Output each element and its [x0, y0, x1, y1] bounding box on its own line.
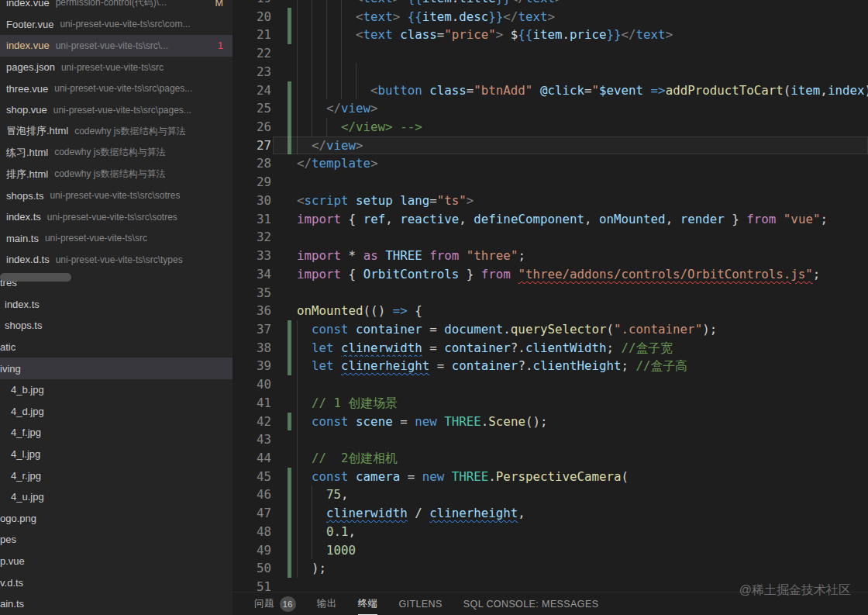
- code-line[interactable]: 47clinerwidth / clinerheight,: [232, 504, 868, 523]
- indent-guide: [297, 541, 298, 560]
- indent-guide: [341, 44, 342, 63]
- tree-item-label: v.d.ts: [0, 577, 23, 589]
- code-line[interactable]: 37const container = document.querySelect…: [232, 320, 868, 339]
- tree-item[interactable]: 4_u.jpg: [0, 486, 232, 508]
- sidebar-horizontal-scrollbar[interactable]: [0, 273, 71, 282]
- line-number: 48: [232, 523, 271, 541]
- indent-guide: [297, 99, 298, 118]
- code-line[interactable]: 45const camera = new THREE.PerspectiveCa…: [232, 468, 868, 486]
- git-change-indicator: [288, 339, 291, 358]
- code-line[interactable]: 19<text> {{item.title}}</text>: [232, 0, 868, 8]
- open-editor-item[interactable]: Footer.vueuni-preset-vue-vite-ts\src\com…: [0, 14, 232, 36]
- tree-item-label: atic: [0, 341, 16, 353]
- editor[interactable]: 19<text> {{item.title}}</text>20<text> {…: [232, 0, 868, 615]
- code-line[interactable]: 31import { ref, reactive, defineComponen…: [232, 210, 868, 229]
- open-editor-item[interactable]: main.tsuni-preset-vue-vite-ts\src: [0, 228, 232, 250]
- code-line[interactable]: 28</template>: [232, 154, 868, 173]
- open-editor-item[interactable]: index.vuepermission-control(代码)\...M: [0, 0, 232, 14]
- tree-item[interactable]: p.vue: [0, 551, 232, 572]
- code-line[interactable]: 36onMounted(() => {: [232, 302, 868, 320]
- tree-item[interactable]: 4_d.jpg: [0, 401, 232, 423]
- open-editor-item[interactable]: 排序.htmlcodewhy js数据结构与算法: [0, 164, 232, 185]
- code-line-content: );: [297, 559, 868, 578]
- indent-guide: [312, 81, 312, 100]
- tree-item[interactable]: 4_l.jpg: [0, 444, 232, 465]
- code-line[interactable]: 35: [232, 284, 868, 302]
- tree-item[interactable]: v.d.ts: [0, 572, 232, 593]
- tree-item[interactable]: 4_r.jpg: [0, 465, 232, 486]
- open-editor-item[interactable]: shops.tsuni-preset-vue-vite-ts\src\sotre…: [0, 185, 232, 206]
- code-line[interactable]: 43: [232, 430, 868, 449]
- code-line[interactable]: 33import * as THREE from "three";: [232, 247, 868, 265]
- code-line[interactable]: 44// 2创建相机: [232, 449, 868, 468]
- open-editor-item[interactable]: pages.jsonuni-preset-vue-vite-ts\src: [0, 57, 232, 78]
- code-line-content: 75,: [297, 485, 868, 504]
- tree-item[interactable]: 4_f.jpg: [0, 422, 232, 444]
- code-line-content: [297, 228, 868, 247]
- panel-tab-terminal[interactable]: 终端: [358, 593, 378, 615]
- file-badge: 1: [218, 40, 223, 51]
- open-editors-list: index.vuepermission-control(代码)\...MFoot…: [0, 0, 232, 271]
- file-path: uni-preset-vue-vite-ts\src\...: [56, 40, 168, 51]
- code-line[interactable]: 29: [232, 173, 868, 192]
- tree-item[interactable]: shops.ts: [0, 315, 232, 337]
- code-line[interactable]: 38let clinerwidth = container?.clientWid…: [232, 339, 868, 358]
- code-line[interactable]: 25</view>: [232, 99, 868, 118]
- code-line-content: let clinerheight = container?.clientHeig…: [297, 357, 868, 375]
- git-change-indicator: [288, 413, 291, 431]
- code-line[interactable]: 24<button class="btnAdd" @click="$event …: [232, 81, 868, 100]
- git-change-indicator: [288, 357, 291, 375]
- tree-item[interactable]: ogo.png: [0, 508, 232, 530]
- code-line[interactable]: 32: [232, 228, 868, 247]
- file-name: three.vue: [6, 83, 48, 95]
- code-line[interactable]: 42const scene = new THREE.Scene();: [232, 413, 868, 431]
- code-line[interactable]: 4675,: [232, 485, 868, 504]
- code-line[interactable]: 40: [232, 375, 868, 394]
- panel-tab-sql-console[interactable]: SQL CONSOLE: MESSAGES: [463, 593, 599, 615]
- code-line[interactable]: 22: [232, 44, 868, 63]
- indent-guide: [312, 44, 312, 63]
- tree-item[interactable]: iving: [0, 358, 232, 379]
- code-line[interactable]: 27</view>: [232, 136, 868, 155]
- tree-item[interactable]: ain.ts: [0, 593, 232, 615]
- file-path: uni-preset-vue-vite-ts\src\types: [56, 254, 183, 265]
- panel-tab-problems[interactable]: 问题16: [254, 593, 296, 615]
- code-line[interactable]: 20<text> {{item.desc}}</text>: [232, 8, 868, 26]
- code-line[interactable]: 26</view> -->: [232, 118, 868, 136]
- file-tree: tresindex.tsshops.tsaticiving4_b.jpg4_d.…: [0, 272, 232, 615]
- code-line[interactable]: 21<text class="price"> ${{item.price}}</…: [232, 26, 868, 44]
- panel-tab-output[interactable]: 输出: [317, 593, 337, 615]
- code-line[interactable]: 491000: [232, 541, 868, 560]
- file-name: index.vue: [6, 40, 50, 51]
- code-line[interactable]: 39let clinerheight = container?.clientHe…: [232, 357, 868, 375]
- open-editor-item[interactable]: index.tsuni-preset-vue-vite-ts\src\sotre…: [0, 206, 232, 228]
- code-line[interactable]: 30<script setup lang="ts">: [232, 192, 868, 210]
- panel-tab-label: 输出: [317, 597, 337, 610]
- indent-guide: [312, 504, 312, 523]
- code-line[interactable]: 480.1,: [232, 523, 868, 541]
- indent-guide: [297, 394, 298, 413]
- code-line[interactable]: 34import { OrbitControls } from "three/a…: [232, 265, 868, 284]
- open-editor-item[interactable]: index.d.tsuni-preset-vue-vite-ts\src\typ…: [0, 249, 232, 271]
- tree-item[interactable]: 4_b.jpg: [0, 379, 232, 401]
- code-line[interactable]: 23: [232, 63, 868, 81]
- tree-item[interactable]: index.ts: [0, 294, 232, 316]
- code-line-content: // 1 创建场景: [297, 394, 868, 413]
- open-editor-item[interactable]: index.vueuni-preset-vue-vite-ts\src\...1: [0, 35, 232, 57]
- tree-item[interactable]: atic: [0, 337, 232, 358]
- tree-item-label: 4_f.jpg: [11, 427, 41, 438]
- panel-tab-gitlens[interactable]: GITLENS: [398, 593, 442, 615]
- tree-item[interactable]: pes: [0, 529, 232, 551]
- line-number: 23: [232, 63, 271, 81]
- code-line-content: [297, 173, 868, 192]
- git-change-indicator: [288, 559, 291, 578]
- code-line-content: <script setup lang="ts">: [297, 192, 868, 210]
- open-editor-item[interactable]: shop.vueuni-preset-vue-vite-ts\src\pages…: [0, 99, 232, 121]
- code-line[interactable]: 41// 1 创建场景: [232, 394, 868, 413]
- open-editor-item[interactable]: three.vueuni-preset-vue-vite-ts\src\page…: [0, 78, 232, 99]
- file-name: main.ts: [6, 233, 39, 244]
- code-line-content: <text> {{item.title}}</text>: [297, 0, 868, 8]
- open-editor-item[interactable]: 冒泡排序.htmlcodewhy js数据结构与算法: [0, 121, 232, 143]
- code-line[interactable]: 50);: [232, 559, 868, 578]
- open-editor-item[interactable]: 练习.htmlcodewhy js数据结构与算法: [0, 142, 232, 164]
